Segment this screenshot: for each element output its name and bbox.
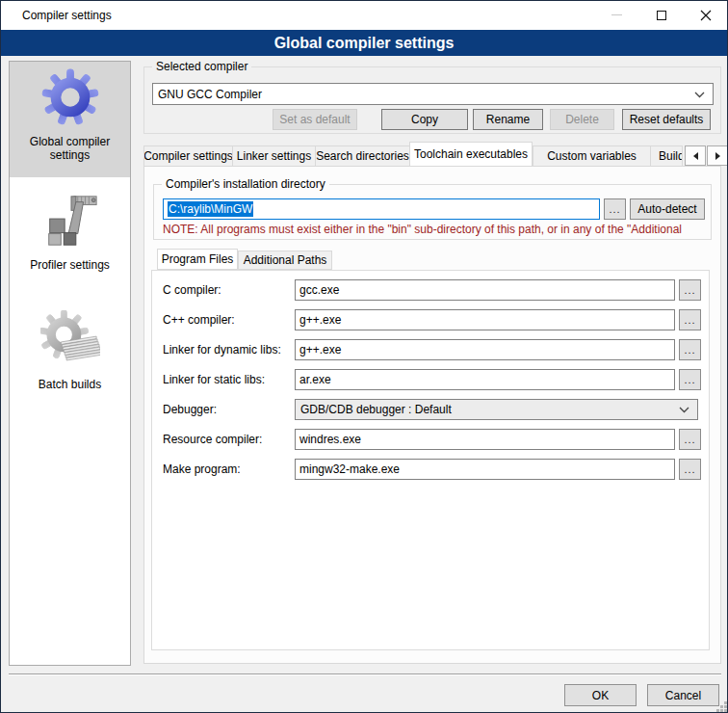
resource-compiler-label: Resource compiler: [163, 429, 292, 450]
c-compiler-browse-button[interactable]: ... [679, 279, 701, 301]
chevron-down-icon [694, 92, 705, 98]
chevron-down-icon [679, 407, 689, 413]
window-title: Compiler settings [22, 1, 112, 30]
ok-button[interactable]: OK [564, 684, 637, 706]
linker-static-value: ar.exe [299, 373, 331, 386]
tab-custom-variables[interactable]: Custom variables [533, 145, 650, 167]
dialog-banner: Global compiler settings [1, 30, 727, 56]
debugger-value: GDB/CDB debugger : Default [300, 403, 452, 416]
tab-scroll-right-button[interactable] [707, 145, 728, 166]
tab-linker-settings[interactable]: Linker settings [232, 145, 315, 167]
batch-builds-icon [40, 310, 100, 370]
minimize-icon [611, 14, 622, 15]
linker-dynamic-value: g++.exe [299, 343, 341, 356]
cancel-button[interactable]: Cancel [647, 684, 719, 706]
installation-directory-note: NOTE: All programs must exist either in … [163, 223, 708, 237]
close-button[interactable] [684, 1, 728, 29]
resource-compiler-input[interactable]: windres.exe [295, 429, 675, 450]
tab-scroll-left-button[interactable] [685, 145, 706, 166]
installation-directory-input[interactable]: C:\raylib\MinGW [163, 198, 600, 220]
cpp-compiler-browse-button[interactable]: ... [679, 309, 701, 330]
linker-static-browse-button[interactable]: ... [679, 369, 701, 390]
selected-compiler-combobox[interactable]: GNU GCC Compiler [152, 83, 714, 105]
blue-gear-icon [40, 67, 100, 127]
rename-button[interactable]: Rename [473, 109, 543, 130]
linker-static-label: Linker for static libs: [163, 369, 292, 390]
resize-grip[interactable] [720, 705, 723, 708]
installation-directory-group-label: Compiler's installation directory [162, 177, 329, 191]
subtab-additional-paths[interactable]: Additional Paths [238, 251, 332, 270]
cpp-compiler-label: C++ compiler: [163, 309, 292, 330]
linker-dynamic-input[interactable]: g++.exe [295, 339, 675, 360]
make-program-input[interactable]: mingw32-make.exe [295, 459, 675, 480]
arrow-left-icon [693, 152, 698, 160]
sidebar-item-batch-builds[interactable]: Batch builds [10, 304, 130, 416]
sidebar-item-label: Profiler settings [17, 258, 123, 272]
sidebar-item-profiler-settings[interactable]: Profiler settings [10, 185, 130, 285]
linker-dynamic-label: Linker for dynamic libs: [163, 339, 292, 360]
tab-search-directories[interactable]: Search directories [315, 145, 409, 167]
sidebar-item-label: Batch builds [17, 378, 123, 391]
reset-defaults-button[interactable]: Reset defaults [622, 109, 711, 130]
make-program-browse-button[interactable]: ... [679, 459, 701, 480]
tab-build-options[interactable]: Build options [650, 145, 683, 167]
debugger-label: Debugger: [163, 399, 292, 420]
compiler-settings-dialog: Compiler settings Global compiler settin… [0, 0, 728, 713]
installation-directory-value: C:\raylib\MinGW [168, 201, 253, 217]
sidebar-item-global-compiler-settings[interactable]: Global compiler settings [10, 62, 130, 177]
tab-compiler-settings[interactable]: Compiler settings [143, 145, 232, 167]
selected-compiler-group-label: Selected compiler [152, 60, 251, 73]
c-compiler-label: C compiler: [163, 279, 292, 301]
maximize-button[interactable] [639, 1, 684, 29]
cpp-compiler-value: g++.exe [299, 313, 341, 327]
debugger-combobox[interactable]: GDB/CDB debugger : Default [295, 399, 698, 420]
linker-static-input[interactable]: ar.exe [295, 369, 675, 390]
close-icon [700, 10, 712, 21]
copy-button[interactable]: Copy [381, 109, 468, 130]
resource-compiler-browse-button[interactable]: ... [679, 429, 701, 450]
c-compiler-value: gcc.exe [299, 283, 339, 297]
arrow-right-icon [715, 152, 720, 160]
make-program-value: mingw32-make.exe [299, 462, 400, 476]
linker-dynamic-browse-button[interactable]: ... [679, 339, 701, 360]
delete-button: Delete [550, 109, 614, 130]
cpp-compiler-input[interactable]: g++.exe [295, 309, 675, 330]
tab-toolchain-executables[interactable]: Toolchain executables [409, 142, 533, 167]
installation-directory-browse-button[interactable]: ... [604, 198, 626, 220]
settings-category-list: Global compiler settings Profiler settin… [9, 61, 131, 666]
selected-compiler-value: GNU GCC Compiler [158, 88, 262, 101]
minimize-button [594, 1, 638, 29]
set-as-default-button: Set as default [273, 109, 357, 130]
caliper-icon [40, 191, 100, 251]
titlebar[interactable]: Compiler settings [1, 1, 727, 30]
make-program-label: Make program: [163, 459, 292, 480]
maximize-icon [657, 11, 666, 20]
auto-detect-button[interactable]: Auto-detect [630, 198, 705, 220]
resource-compiler-value: windres.exe [299, 433, 361, 446]
sidebar-item-label: Global compiler settings [17, 135, 123, 162]
c-compiler-input[interactable]: gcc.exe [295, 279, 675, 301]
footer-divider [9, 673, 721, 675]
subtab-program-files[interactable]: Program Files [157, 249, 238, 270]
